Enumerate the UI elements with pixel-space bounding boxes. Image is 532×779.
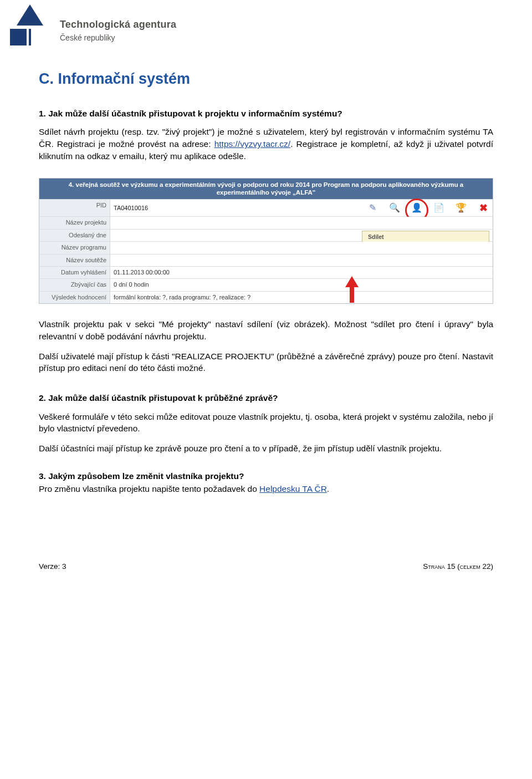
- q3-p1-text-b: .: [327, 484, 329, 493]
- table-row: Název projektu: [39, 216, 493, 228]
- ss-row-value: Sdílet Sdílet tento projekt s dalšími už…: [110, 230, 493, 241]
- ss-row-label: Datum vyhlášení: [39, 267, 110, 278]
- ss-pid-value: TA04010016: [114, 204, 148, 212]
- ss-row-label: Název soutěže: [39, 254, 110, 266]
- ss-pid-row: PID TA04010016 ✎ 🔍 👤 📄 🏆 ✖: [39, 199, 493, 216]
- embedded-screenshot: 4. veřejná soutěž ve výzkumu a experimen…: [39, 178, 493, 304]
- registration-link[interactable]: https://vyzvy.tacr.cz/: [214, 139, 291, 149]
- ss-titlebar: 4. veřejná soutěž ve výzkumu a experimen…: [39, 179, 493, 200]
- svg-rect-1: [10, 29, 27, 45]
- q3-heading: 3. Jakým způsobem lze změnit vlastníka p…: [39, 470, 493, 482]
- table-row: Název programu: [39, 241, 493, 253]
- trophy-icon[interactable]: 🏆: [455, 202, 467, 214]
- logo-icon: [10, 4, 50, 47]
- svg-marker-0: [17, 4, 43, 26]
- q1-paragraph-3: Další uživatelé mají přístup k části "RE…: [39, 350, 493, 374]
- ss-row-value: [110, 217, 493, 228]
- share-icon[interactable]: 👤: [411, 202, 423, 214]
- question-1: 1. Jak může další účastník přistupovat k…: [39, 108, 493, 162]
- q2-paragraph-2: Další účastníci mají přístup ke zprávě p…: [39, 442, 493, 455]
- edit-icon[interactable]: ✎: [366, 202, 378, 214]
- ss-row-label: Odeslaný dne: [39, 230, 110, 241]
- table-row: Datum vyhlášení 01.11.2013 00:00:00: [39, 266, 493, 278]
- search-icon[interactable]: 🔍: [388, 202, 401, 214]
- footer-version: Verze: 3: [39, 562, 66, 572]
- table-row: Název soutěže: [39, 254, 493, 266]
- q3-paragraph-1: Pro změnu vlastníka projektu napište ten…: [39, 483, 493, 495]
- ss-row-value: [110, 242, 493, 253]
- delete-icon[interactable]: ✖: [477, 202, 489, 214]
- doc-icon[interactable]: 📄: [433, 202, 445, 214]
- q1-paragraph-1: Sdílet návrh projektu (resp. tzv. "živý …: [39, 126, 493, 162]
- ss-pid-label: PID: [39, 200, 110, 216]
- helpdesk-link[interactable]: Helpdesku TA ČR: [259, 484, 327, 493]
- ss-toolbar: ✎ 🔍 👤 📄 🏆 ✖: [366, 202, 489, 214]
- q1-heading: 1. Jak může další účastník přistupovat k…: [39, 108, 493, 120]
- ss-row-value: formální kontrola: ?, rada programu: ?, …: [110, 292, 493, 303]
- table-row: Odeslaný dne Sdílet Sdílet tento projekt…: [39, 229, 493, 241]
- tooltip-title: Sdílet: [368, 233, 483, 241]
- question-3: 3. Jakým způsobem lze změnit vlastníka p…: [39, 470, 493, 495]
- footer-page: Strana 15 (celkem 22): [423, 562, 493, 572]
- table-row: Výsledek hodnocení formální kontrola: ?,…: [39, 291, 493, 303]
- ss-row-label: Název programu: [39, 242, 110, 253]
- ss-row-value: [110, 254, 493, 266]
- q1-paragraph-2: Vlastník projektu pak v sekci "Mé projek…: [39, 318, 493, 342]
- logo-line2: České republiky: [60, 33, 176, 44]
- q3-p1-text-a: Pro změnu vlastníka projektu napište ten…: [39, 484, 259, 493]
- page-footer: Verze: 3 Strana 15 (celkem 22): [39, 562, 493, 572]
- ss-row-label: Zbývající čas: [39, 279, 110, 291]
- q2-paragraph-1: Veškeré formuláře v této sekci může edit…: [39, 411, 493, 435]
- section-title: C. Informační systém: [39, 69, 493, 90]
- ss-row-value: 01.11.2013 00:00:00: [110, 267, 493, 278]
- ss-row-value: 0 dní 0 hodin: [110, 279, 493, 291]
- svg-rect-2: [29, 29, 31, 45]
- logo-text: Technologická agentura České republiky: [60, 4, 176, 44]
- logo-line1: Technologická agentura: [60, 18, 176, 32]
- ss-row-label: Výsledek hodnocení: [39, 292, 110, 303]
- ss-row-label: Název projektu: [39, 217, 110, 228]
- doc-header: Technologická agentura České republiky: [0, 0, 532, 47]
- table-row: Zbývající čas 0 dní 0 hodin: [39, 278, 493, 291]
- question-2: 2. Jak může další účastník přistupovat k…: [39, 392, 493, 455]
- q2-heading: 2. Jak může další účastník přistupovat k…: [39, 392, 493, 404]
